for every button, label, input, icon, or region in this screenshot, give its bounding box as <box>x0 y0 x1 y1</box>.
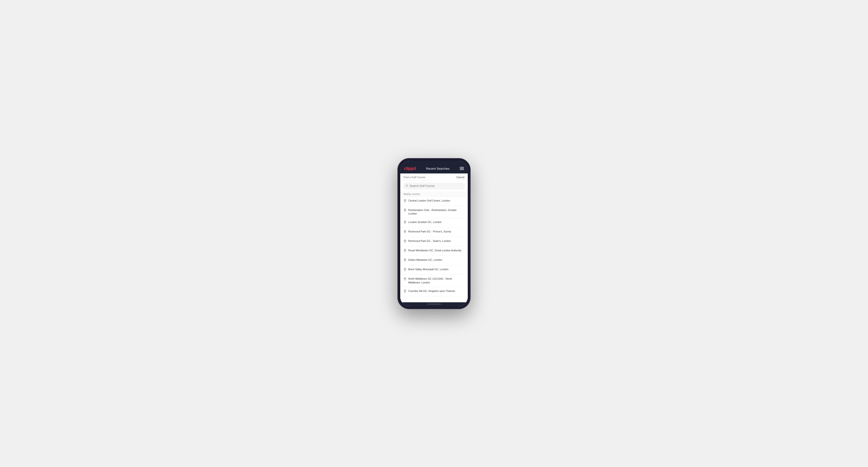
course-name: London Scottish GC, London <box>408 220 441 224</box>
course-name: North Middlesex GC (1011942 - North Midd… <box>408 277 464 284</box>
content-area: Find a Golf Course Cancel Nearby courses <box>400 174 468 302</box>
list-item[interactable]: London Scottish GC, London <box>400 218 468 227</box>
phone-screen: clippd Recent Searches Find a Golf Cours… <box>400 161 468 306</box>
header-title: Recent Searches <box>426 167 450 170</box>
find-label: Find a Golf Course <box>404 176 425 179</box>
list-item[interactable]: Dukes Meadows GC, London <box>400 256 468 265</box>
pin-icon <box>404 221 406 225</box>
svg-point-9 <box>405 269 405 270</box>
course-name: Coombe Hill GC, Kingston upon Thames <box>408 289 455 293</box>
list-item[interactable]: Richmond Park GC - Prince's, Surrey <box>400 227 468 237</box>
search-input[interactable] <box>410 184 463 188</box>
home-indicator <box>400 302 468 306</box>
phone-frame: clippd Recent Searches Find a Golf Cours… <box>397 158 471 309</box>
svg-point-3 <box>405 209 405 210</box>
course-name: Dukes Meadows GC, London <box>408 258 442 262</box>
pin-icon <box>404 258 406 262</box>
pin-icon <box>404 230 406 234</box>
svg-point-6 <box>405 241 405 241</box>
svg-point-11 <box>405 290 405 291</box>
course-name: Richmond Park GC - Duke's, London <box>408 239 451 243</box>
pin-icon <box>404 209 406 213</box>
nearby-courses-label: Nearby courses <box>400 191 468 196</box>
app-header: clippd Recent Searches <box>400 164 468 174</box>
app-logo: clippd <box>404 166 416 171</box>
pin-icon <box>404 268 406 272</box>
list-item[interactable]: Central London Golf Centre, London <box>400 196 468 206</box>
svg-point-7 <box>405 250 405 251</box>
search-container <box>400 181 468 191</box>
list-item[interactable]: Roehampton Club - Roehampton, Greater Lo… <box>400 206 468 218</box>
svg-line-1 <box>407 186 408 187</box>
pin-icon <box>404 240 406 244</box>
home-bar <box>427 304 441 304</box>
search-icon <box>405 184 408 188</box>
list-item[interactable]: North Middlesex GC (1011942 - North Midd… <box>400 275 468 287</box>
list-item[interactable]: Richmond Park GC - Duke's, London <box>400 237 468 246</box>
search-box <box>403 183 465 189</box>
list-item[interactable]: Royal Wimbledon GC, Great London Authori… <box>400 246 468 256</box>
pin-icon <box>404 289 406 294</box>
course-name: Central London Golf Centre, London <box>408 199 450 203</box>
courses-list: Central London Golf Centre, London Roeha… <box>400 196 468 302</box>
svg-point-10 <box>405 278 405 279</box>
course-name: Brent Valley Municipal GC, London <box>408 268 448 271</box>
list-item[interactable]: Brent Valley Municipal GC, London <box>400 265 468 275</box>
svg-point-2 <box>405 200 405 200</box>
course-name: Roehampton Club - Roehampton, Greater Lo… <box>408 208 464 216</box>
pin-icon <box>404 277 406 282</box>
course-name: Richmond Park GC - Prince's, Surrey <box>408 230 451 234</box>
find-bar: Find a Golf Course Cancel <box>400 174 468 181</box>
course-name: Royal Wimbledon GC, Great London Authori… <box>408 249 461 252</box>
menu-icon[interactable] <box>460 167 464 170</box>
svg-point-0 <box>406 185 408 186</box>
status-bar <box>400 161 468 164</box>
pin-icon <box>404 249 406 253</box>
list-item[interactable]: Coombe Hill GC, Kingston upon Thames <box>400 287 468 297</box>
pin-icon <box>404 199 406 204</box>
svg-point-5 <box>405 231 405 232</box>
svg-point-8 <box>405 259 405 260</box>
cancel-button[interactable]: Cancel <box>457 176 464 179</box>
svg-point-4 <box>405 222 405 222</box>
